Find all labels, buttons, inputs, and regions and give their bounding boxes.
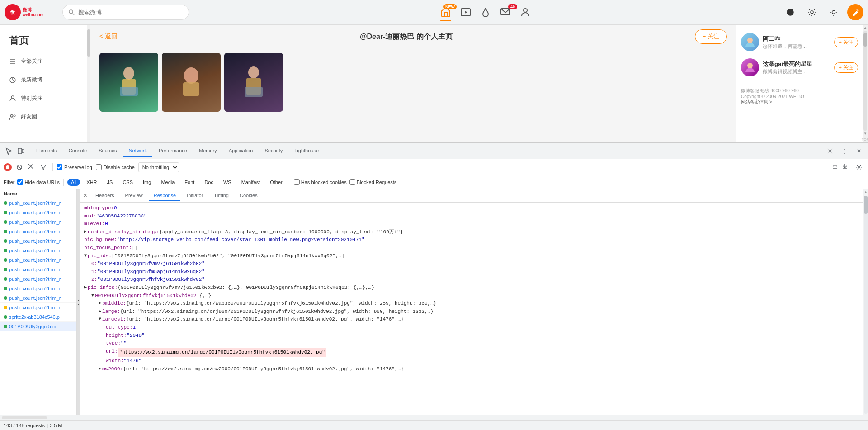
filter-other-btn[interactable]: Other <box>266 179 286 186</box>
request-item-8[interactable]: push_count.json?trim_r <box>0 274 76 284</box>
theme-btn[interactable] <box>782 4 798 20</box>
tab-security[interactable]: Security <box>259 145 288 157</box>
import-btn[interactable] <box>832 163 838 171</box>
request-item-4[interactable]: push_count.json?trim_r <box>0 236 76 246</box>
expand-arrow-20[interactable]: ▶ <box>99 365 101 373</box>
request-item-3[interactable]: push_count.json?trim_r <box>0 227 76 236</box>
sidebar-scrollbar[interactable] <box>87 25 90 142</box>
follow-btn-1[interactable]: + 关注 <box>834 37 858 47</box>
tab-memory[interactable]: Memory <box>193 145 222 157</box>
stop-button[interactable] <box>15 163 24 171</box>
tab-network[interactable]: Network <box>123 145 152 157</box>
filter-icon-btn[interactable] <box>38 162 49 173</box>
filter-js-btn[interactable]: JS <box>104 179 117 186</box>
has-blocked-cookies-label[interactable]: Has blocked cookies <box>294 179 347 185</box>
brightness-btn[interactable] <box>826 4 842 20</box>
write-btn[interactable] <box>847 4 863 20</box>
request-item-9[interactable]: push_count.json?trim_r <box>0 284 76 293</box>
tab-performance[interactable]: Performance <box>153 145 193 157</box>
follow-button[interactable]: + 关注 <box>695 29 727 44</box>
filter-css-btn[interactable]: CSS <box>119 179 137 186</box>
back-button[interactable]: < 返回 <box>99 33 118 41</box>
expand-arrow-14[interactable]: ▼ <box>99 316 101 323</box>
has-blocked-cookies-checkbox[interactable] <box>294 179 300 185</box>
close-response-btn[interactable]: ✕ <box>83 193 87 198</box>
response-tab-initiator[interactable]: Initiator <box>182 191 208 201</box>
filter-doc-btn[interactable]: Doc <box>201 179 217 186</box>
hide-data-urls-checkbox[interactable] <box>17 179 23 185</box>
filter-manifest-btn[interactable]: Manifest <box>238 179 264 186</box>
tab-lighthouse[interactable]: Lighthouse <box>289 145 324 157</box>
response-tab-timing[interactable]: Timing <box>209 191 233 201</box>
nav-message[interactable]: 40 <box>500 7 511 18</box>
devtools-close-btn[interactable]: ✕ <box>854 146 864 156</box>
main-scrollbar[interactable]: ▲ ▼ TOP <box>863 25 868 142</box>
sidebar-item-all[interactable]: 全部关注 <box>0 52 87 71</box>
request-item-13[interactable]: 001P0DUIly3gqnr5fim <box>0 322 76 331</box>
request-item-12[interactable]: sprite2x-ab3184c546.p <box>0 312 76 322</box>
network-settings-btn[interactable] <box>854 162 864 173</box>
device-mode-btn[interactable] <box>15 146 26 156</box>
record-button[interactable] <box>4 163 12 171</box>
preserve-log-checkbox[interactable] <box>57 164 62 170</box>
request-item-1[interactable]: push_count.json?trim_r <box>0 208 76 217</box>
hide-data-urls-label[interactable]: Hide data URLs <box>17 179 60 185</box>
footer-link[interactable]: 网站备案信息 > <box>741 99 772 104</box>
response-tab-cookies[interactable]: Cookies <box>235 191 262 201</box>
tab-console[interactable]: Console <box>63 145 92 157</box>
disable-cache-label[interactable]: Disable cache <box>96 164 135 170</box>
preserve-log-label[interactable]: Preserve log <box>57 164 92 170</box>
disable-cache-checkbox[interactable] <box>96 164 102 170</box>
filter-img-btn[interactable]: Img <box>139 179 155 186</box>
expand-arrow-12[interactable]: ▶ <box>99 300 101 307</box>
nav-video[interactable] <box>460 7 471 18</box>
nav-profile[interactable] <box>520 7 531 18</box>
search-bar[interactable] <box>62 5 189 20</box>
top-btn[interactable]: TOP <box>862 137 868 142</box>
filter-font-btn[interactable]: Font <box>181 179 198 186</box>
response-scroll-up[interactable]: ▲ <box>863 189 868 195</box>
blocked-requests-label[interactable]: Blocked Requests <box>349 179 397 185</box>
filter-ws-btn[interactable]: WS <box>220 179 235 186</box>
response-tab-headers[interactable]: Headers <box>91 191 119 201</box>
sidebar-item-special[interactable]: 特别关注 <box>0 89 87 108</box>
inspect-element-btn[interactable] <box>4 146 14 156</box>
export-btn[interactable] <box>842 163 848 171</box>
nav-hot[interactable] <box>480 7 491 18</box>
response-tab-preview[interactable]: Preview <box>121 191 147 201</box>
request-item-10[interactable]: push_count.json?trim_r <box>0 293 76 303</box>
expand-arrow-6[interactable]: ▼ <box>84 252 87 260</box>
response-tab-response[interactable]: Response <box>149 191 181 201</box>
request-item-5[interactable]: push_count.json?trim_r <box>0 246 76 255</box>
tab-sources[interactable]: Sources <box>93 145 122 157</box>
clear-button[interactable] <box>27 163 34 171</box>
settings-btn[interactable] <box>804 4 820 20</box>
sidebar-item-friends[interactable]: 好友圈 <box>0 108 87 126</box>
request-item-11[interactable]: push_count.json?trim_r <box>0 303 76 312</box>
request-item-7[interactable]: push_count.json?trim_r <box>0 265 76 274</box>
horizontal-scroll-track[interactable] <box>0 415 868 420</box>
follow-btn-2[interactable]: + 关注 <box>834 62 858 73</box>
filter-media-btn[interactable]: Media <box>157 179 178 186</box>
scroll-up-btn[interactable]: ▲ <box>863 26 867 30</box>
blocked-requests-checkbox[interactable] <box>349 179 355 185</box>
expand-arrow-13[interactable]: ▶ <box>99 308 101 315</box>
expand-arrow-3[interactable]: ▶ <box>84 228 87 236</box>
throttle-select[interactable]: No throttling <box>138 162 179 172</box>
tab-application[interactable]: Application <box>223 145 259 157</box>
response-scrollbar[interactable]: ▲ <box>863 189 868 415</box>
devtools-settings-btn[interactable] <box>825 146 835 156</box>
sidebar-item-latest[interactable]: 最新微博 <box>0 71 87 89</box>
filter-xhr-btn[interactable]: XHR <box>83 179 100 186</box>
nav-home[interactable]: NEW <box>440 7 451 18</box>
tab-elements[interactable]: Elements <box>31 145 62 157</box>
devtools-more-btn[interactable]: ⋮ <box>839 146 850 156</box>
request-item-6[interactable]: push_count.json?trim_r <box>0 255 76 265</box>
filter-all-btn[interactable]: All <box>67 179 80 186</box>
request-item-2[interactable]: push_count.json?trim_r <box>0 217 76 227</box>
scroll-down-btn[interactable]: ▼ <box>863 132 867 136</box>
expand-arrow-10[interactable]: ▶ <box>84 284 87 291</box>
expand-arrow-11[interactable]: ▼ <box>91 292 94 299</box>
search-input[interactable] <box>78 9 183 16</box>
request-item-0[interactable]: push_count.json?trim_r <box>0 198 76 208</box>
